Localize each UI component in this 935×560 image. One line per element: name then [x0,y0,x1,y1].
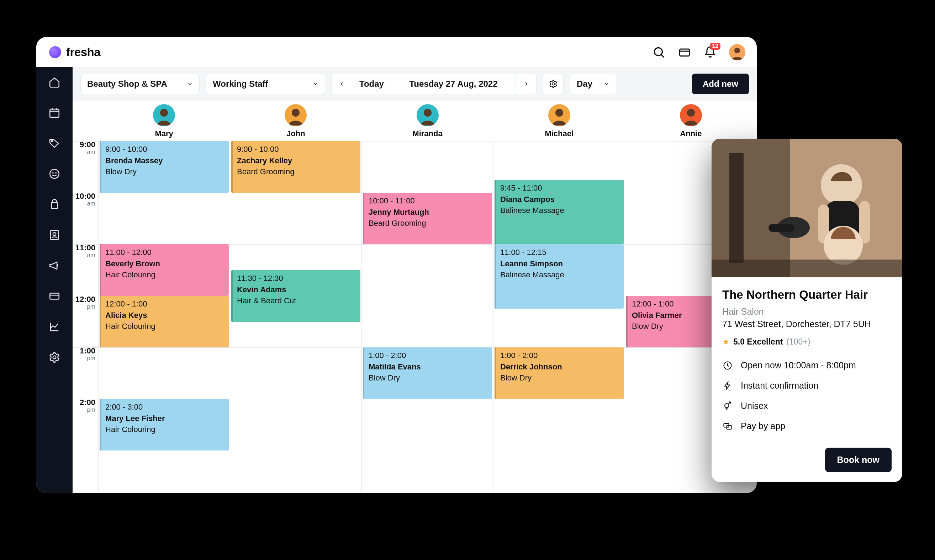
nav-analytics-icon[interactable] [47,320,62,334]
add-new-button[interactable]: Add new [692,74,749,94]
staff-name-label: Michael [545,129,574,138]
staff-select-label: Working Staff [213,79,268,89]
svg-point-15 [160,109,168,117]
calendar-event[interactable]: 11:30 - 12:30 Kevin Adams Hair & Beard C… [231,270,360,322]
feature-pay-by-app: Pay by app [722,421,892,431]
nav-home-icon[interactable] [47,75,62,89]
calendar-event[interactable]: 2:00 - 3:00 Mary Lee Fisher Hair Colouri… [100,399,229,451]
clock-icon [722,360,733,371]
current-date[interactable]: Tuesday 27 Aug, 2022 [391,74,516,94]
svg-rect-9 [52,202,58,208]
brand-logo[interactable]: fresha [49,46,100,59]
svg-rect-22 [729,153,744,263]
gender-icon [722,401,733,411]
svg-point-18 [555,109,563,117]
calendar-cell[interactable] [99,348,230,399]
nav-megaphone-icon[interactable] [47,258,62,273]
staff-name-label: Annie [680,129,702,138]
calendar-event[interactable]: 10:00 - 11:00 Jenny Murtaugh Beard Groom… [363,193,492,244]
staff-header-item[interactable]: John [230,104,361,138]
nav-tag-icon[interactable] [47,136,62,151]
nav-product-icon[interactable] [47,197,62,212]
calendar-event[interactable]: 12:00 - 1:00 Alicia Keys Hair Colouring [100,296,229,348]
location-select[interactable]: Beauty Shop & SPA [80,74,200,94]
svg-point-8 [56,172,56,173]
event-time: 1:00 - 2:00 [369,350,488,361]
calendar-column[interactable]: 10:00 - 11:00 Jenny Murtaugh Beard Groom… [362,141,494,493]
book-now-button[interactable]: Book now [825,448,892,472]
rating-row: ★ 5.0 Excellent (100+) [722,337,892,347]
calendar-cell[interactable] [362,296,493,348]
svg-point-3 [734,48,740,53]
app-window: fresha 12 [36,37,757,493]
calendar-event[interactable]: 9:00 - 10:00 Brenda Massey Blow Dry [100,141,229,193]
staff-name-label: John [286,129,305,138]
location-select-label: Beauty Shop & SPA [87,79,167,89]
calendar-cell[interactable] [99,193,230,244]
event-time: 10:00 - 11:00 [369,195,488,206]
event-time: 11:00 - 12:00 [105,247,225,258]
event-service: Hair Colouring [105,424,225,435]
calendar-cell[interactable] [230,193,361,244]
event-time: 11:00 - 12:15 [500,247,619,258]
nav-contact-icon[interactable] [47,228,62,242]
calendar-cell[interactable] [494,399,625,451]
staff-header-item[interactable]: Mary [98,104,230,138]
bolt-icon [722,381,733,391]
calendar-event[interactable]: 1:00 - 2:00 Derrick Johnson Blow Dry [495,348,624,399]
staff-header-item[interactable]: Miranda [361,104,493,138]
calendar-event[interactable]: 9:45 - 11:00 Diana Campos Balinese Massa… [495,180,624,244]
event-time: 1:00 - 2:00 [500,350,619,361]
notifications-icon[interactable]: 12 [704,46,717,59]
event-time: 9:45 - 11:00 [500,183,619,194]
view-select[interactable]: Day [570,74,616,94]
feature-instant-label: Instant confirmation [741,380,818,391]
calendar-event[interactable]: 11:00 - 12:00 Beverly Brown Hair Colouri… [100,244,229,296]
pay-icon [722,422,733,431]
nav-card-icon[interactable] [47,289,62,303]
calendar-event[interactable]: 1:00 - 2:00 Matilda Evans Blow Dry [363,348,492,399]
staff-header-item[interactable]: Annie [625,104,757,138]
calendar-event[interactable]: 11:00 - 12:15 Leanne Simpson Balinese Ma… [495,244,624,309]
nav-smile-icon[interactable] [47,167,62,181]
wallet-icon[interactable] [678,46,691,59]
event-client: Diana Campos [500,194,619,205]
feature-open-hours: Open now 10:00am - 8:00pm [722,360,892,371]
time-tick: 1:00pm [73,348,98,399]
calendar-column[interactable]: 9:45 - 11:00 Diana Campos Balinese Massa… [494,141,625,493]
nav-calendar-icon[interactable] [47,106,62,120]
business-cover-image [711,138,902,277]
event-service: Beard Grooming [369,218,488,229]
calendar-cell[interactable] [362,399,493,451]
svg-point-16 [292,109,299,117]
user-avatar[interactable] [729,44,745,60]
brand-mark-icon [49,46,61,58]
prev-day-button[interactable] [332,74,352,94]
rating-reviews: (100+) [786,337,810,347]
today-button[interactable]: Today [352,74,391,94]
calendar-column[interactable]: 9:00 - 10:00 Zachary Kelley Beard Groomi… [230,141,362,493]
staff-name-label: Mary [155,129,173,138]
nav-settings-icon[interactable] [47,350,62,365]
calendar-settings-button[interactable] [543,74,563,94]
svg-point-11 [53,232,56,236]
calendar-cell[interactable] [230,348,361,399]
calendar-cell[interactable] [362,141,493,193]
calendar-column[interactable]: 9:00 - 10:00 Brenda Massey Blow Dry11:00… [99,141,230,493]
calendar-cell[interactable] [362,244,493,296]
time-tick: 12:00pm [73,296,98,348]
add-new-label: Add new [703,79,738,89]
feature-pay-by-app-label: Pay by app [741,421,785,431]
calendar-event[interactable]: 9:00 - 10:00 Zachary Kelley Beard Groomi… [231,141,360,193]
feature-instant: Instant confirmation [722,380,892,391]
staff-header-item[interactable]: Michael [494,104,625,138]
event-client: Matilda Evans [369,362,488,372]
feature-open-hours-label: Open now 10:00am - 8:00pm [741,360,856,371]
staff-select[interactable]: Working Staff [206,74,325,94]
svg-rect-4 [50,109,59,117]
search-icon[interactable] [652,46,666,59]
view-select-label: Day [577,79,592,89]
next-day-button[interactable] [516,74,537,94]
calendar-cell[interactable] [230,399,361,451]
current-date-label: Tuesday 27 Aug, 2022 [409,79,497,89]
